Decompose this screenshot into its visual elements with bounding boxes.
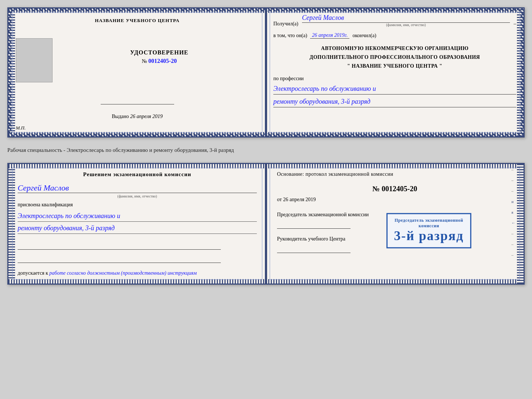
vydano-label: Выдано: [112, 114, 129, 119]
vert-dash-1: –: [511, 167, 515, 172]
vert-letter-ya: я: [511, 210, 515, 214]
vert-dash-4: –: [511, 231, 515, 236]
protocol-number: № 0012405-20: [277, 185, 513, 193]
org-line1: АВТОНОМНУЮ НЕКОММЕРЧЕСКУЮ ОРГАНИЗАЦИЮ: [273, 44, 516, 53]
predsedatel-sig-line: [277, 220, 351, 229]
recipient-name: Сергей Маслов: [302, 14, 510, 23]
certificate-book-2: Решением экзаменационной комиссии Сергей…: [7, 163, 525, 285]
sig-lines: [18, 239, 257, 263]
fio-hint: (фамилия, имя, отчество): [302, 23, 510, 27]
poluchil-label: Получил(а): [273, 21, 298, 27]
okonchil-label: окончил(а): [352, 33, 376, 39]
book1-right-page: Получил(а) Сергей Маслов (фамилия, имя, …: [266, 8, 524, 136]
org-quote: " НАЗВАНИЕ УЧЕБНОГО ЦЕНТРА ": [273, 62, 516, 71]
qual-line2: ремонту оборудования, 3-й разряд: [18, 223, 257, 234]
book2-right-page: Основание: протокол экзаменационной коми…: [266, 164, 524, 284]
vydano-date: 26 апреля 2019: [130, 114, 162, 119]
po-professii-label: по профессии: [273, 76, 516, 82]
signature-line: [101, 97, 174, 104]
rukovoditel-sig-line: [277, 244, 351, 253]
photo-placeholder: [16, 38, 53, 82]
vert-letter-k: ←: [511, 221, 515, 225]
school-name-top: НАЗВАНИЕ УЧЕБНОГО ЦЕНТРА: [16, 18, 259, 24]
recipient-line: Получил(а) Сергей Маслов (фамилия, имя, …: [273, 14, 516, 27]
vtom-date: 26 апреля 2019г.: [310, 32, 349, 39]
vert-dash-3: –: [511, 189, 515, 193]
sig-row-2: [18, 253, 221, 263]
signature-block: [16, 97, 259, 104]
profession-line2: ремонту оборудования, 3-й разряд: [273, 96, 516, 107]
stamp-text-small: Председатель экзаменационнойкомиссии: [394, 218, 464, 229]
org-text: АВТОНОМНУЮ НЕКОММЕРЧЕСКУЮ ОРГАНИЗАЦИЮ ДО…: [273, 44, 516, 70]
mp-label: М.П.: [16, 125, 259, 131]
certificate-book-1: НАЗВАНИЕ УЧЕБНОГО ЦЕНТРА УДОСТОВЕРЕНИЕ №…: [7, 7, 525, 138]
dopusk-text: работе согласно должностным (производств…: [49, 270, 197, 276]
dopusk-label: допускается к: [18, 270, 48, 276]
num-prefix-2: №: [373, 185, 380, 193]
vert-letter-i: и: [511, 199, 515, 204]
person-name-2: Сергей Маслов: [18, 183, 257, 193]
specialty-label: Рабочая специальность - Электрослесарь п…: [7, 144, 525, 156]
stamp-text-large: 3-й разряд: [394, 229, 464, 244]
ot-date: от 26 апреля 2019: [277, 197, 513, 203]
protocol-num-value: 0012405-20: [382, 185, 417, 193]
prisvoena-label: присвоена квалификация: [18, 202, 257, 208]
resheniem-title: Решением экзаменационной комиссии: [18, 171, 257, 178]
osnovanie-title: Основание: протокол экзаменационной коми…: [277, 171, 513, 177]
book2-left-page: Решением экзаменационной комиссии Сергей…: [8, 164, 266, 284]
number-line: № 0012405-20: [60, 58, 259, 64]
vydano-line: Выдано 26 апреля 2019: [16, 114, 259, 120]
number-prefix: №: [142, 58, 147, 64]
vert-dash-2: –: [511, 178, 515, 182]
ot-date-value: 26 апреля 2019: [283, 197, 316, 202]
cert-number: 0012405-20: [148, 58, 177, 64]
ot-prefix: от: [277, 197, 282, 202]
dopuskaetsya-block: допускается к работе согласно должностны…: [18, 270, 257, 276]
dash-1: –: [514, 21, 516, 27]
qual-line1: Электрослесарь по обслуживанию и: [18, 211, 257, 222]
profession-line1: Электрослесарь по обслуживанию и: [273, 83, 516, 95]
book1-left-page: НАЗВАНИЕ УЧЕБНОГО ЦЕНТРА УДОСТОВЕРЕНИЕ №…: [8, 8, 266, 136]
vtom-label: в том, что он(а): [273, 33, 307, 39]
vtom-line: в том, что он(а) 26 апреля 2019г. окончи…: [273, 32, 516, 39]
udostoverenie-title: УДОСТОВЕРЕНИЕ: [60, 49, 259, 56]
vert-dash-5: –: [511, 242, 515, 246]
vert-dash-6: –: [511, 253, 515, 257]
sig-row-1: [18, 239, 221, 250]
stamp: Председатель экзаменационнойкомиссии 3-й…: [386, 213, 471, 249]
fio-hint-2: (фамилия, имя, отчество): [18, 194, 257, 198]
org-line2: ДОПОЛНИТЕЛЬНОГО ПРОФЕССИОНАЛЬНОГО ОБРАЗО…: [273, 53, 516, 62]
